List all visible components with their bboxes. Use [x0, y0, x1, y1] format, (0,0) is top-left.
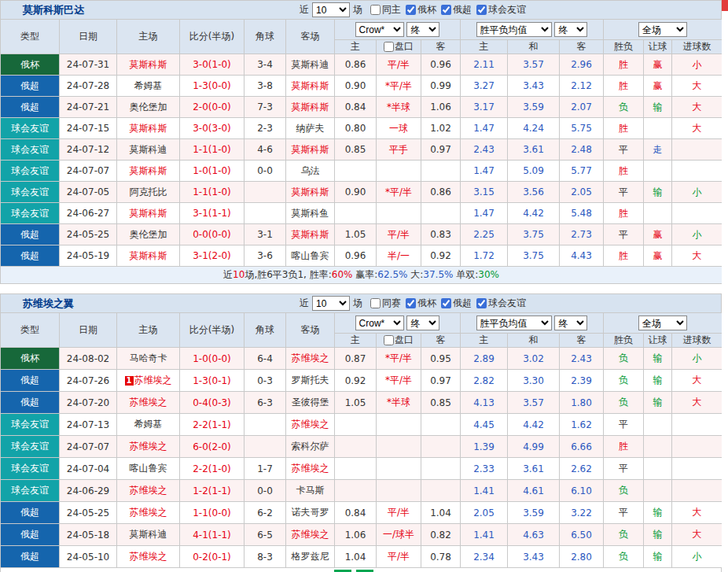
filter-option[interactable]: 俄超: [441, 297, 472, 310]
filter-checkbox[interactable]: [370, 298, 381, 308]
cell-away-team[interactable]: 莫斯科鱼: [286, 203, 335, 224]
cell-away-team[interactable]: 苏维埃之: [286, 414, 335, 436]
scope-select[interactable]: 全场: [638, 22, 687, 37]
cell-away-team[interactable]: 罗斯托夫: [286, 370, 335, 392]
odds-source-select[interactable]: Crow*: [355, 22, 404, 37]
cell-home-team[interactable]: 马哈奇卡: [117, 348, 180, 370]
avg-group-header: 胜平负均值 终: [461, 313, 604, 334]
cell-home-team[interactable]: 喀山鲁宾: [117, 458, 180, 480]
filter-option[interactable]: 同主: [370, 3, 401, 17]
odds-final-select[interactable]: 终: [406, 316, 439, 330]
cell-away-team[interactable]: 乌法: [286, 161, 335, 182]
cell-home-team[interactable]: 苏维埃之: [117, 436, 180, 458]
cell-away-team[interactable]: 卡马斯: [286, 480, 335, 502]
filter-checkbox[interactable]: [441, 298, 451, 308]
cell-home-team[interactable]: 莫斯科斯: [117, 245, 180, 267]
cell-handicap: 一/球半: [377, 524, 421, 546]
odds-source-select[interactable]: Crow*: [355, 316, 404, 330]
cell-home-team[interactable]: 苏维埃之: [117, 502, 180, 524]
cell-avg-draw: 4.42: [508, 414, 560, 436]
handicap-checkbox[interactable]: [384, 42, 394, 52]
filter-checkbox[interactable]: [406, 298, 416, 308]
cell-home-team[interactable]: 奥伦堡加: [117, 224, 180, 245]
filter-option[interactable]: 俄超: [441, 3, 472, 17]
cell-away-team[interactable]: 格罗兹尼: [286, 546, 335, 568]
cell-odds-away: 0.97: [421, 139, 461, 161]
cell-away-team[interactable]: 圣彼得堡: [286, 392, 335, 414]
cell-home-team[interactable]: 莫斯科斯: [117, 54, 180, 76]
cell-away-team[interactable]: 莫斯科迪: [286, 54, 335, 76]
avg-final-select[interactable]: 终: [554, 316, 587, 330]
avg-source-select[interactable]: 胜平负均值: [476, 22, 552, 37]
cell-home-team[interactable]: 苏维埃之: [117, 546, 180, 568]
filter-checkbox[interactable]: [406, 5, 416, 15]
match-row: 球会友谊24-07-07苏维埃之6-0(2-0)索科尔萨1.394.996.66…: [1, 436, 722, 458]
cell-away-team[interactable]: 莫斯科斯: [286, 224, 335, 245]
avg-final-select[interactable]: 终: [554, 22, 587, 37]
section-spartak: 莫斯科斯巴达 近 10 场 同主俄杯俄超球会友谊 类型 日期 主场 比分(半: [0, 0, 722, 284]
matches-table: 类型 日期 主场 比分(半场) 角球 客场 Crow* 终 胜平负均值 终: [0, 19, 722, 284]
filter-checkbox[interactable]: [441, 5, 451, 15]
cell-away-team[interactable]: 苏维埃之: [286, 458, 335, 480]
match-row: 俄超24-07-21奥伦堡加2-0(0-0)7-3莫斯科斯0.84*半球1.06…: [1, 97, 722, 118]
cell-result-wdl: 负: [604, 546, 644, 568]
cell-odds-home: 0.84: [335, 97, 377, 118]
cell-handicap: [377, 458, 421, 480]
cell-result-goals: [672, 139, 722, 161]
filter-option[interactable]: 俄杯: [406, 3, 436, 17]
cell-away-team[interactable]: 喀山鲁宾: [286, 245, 335, 267]
filter-option[interactable]: 俄杯: [406, 297, 436, 310]
cell-avg-home: 1.39: [461, 436, 508, 458]
odds-final-select[interactable]: 终: [406, 22, 439, 37]
cell-home-team[interactable]: 奥伦堡加: [117, 97, 180, 118]
cell-away-team[interactable]: 莫斯科斯: [286, 76, 335, 97]
cell-home-team[interactable]: 莫斯科斯: [117, 203, 180, 224]
cell-away-team[interactable]: 莫斯科斯: [286, 97, 335, 118]
cell-away-team[interactable]: 莫斯科斯: [286, 182, 335, 203]
cell-result-goals: 大: [672, 245, 722, 267]
scope-select[interactable]: 全场: [638, 316, 687, 330]
games-count-select[interactable]: 10: [312, 2, 350, 17]
cell-avg-draw: 3.57: [508, 54, 560, 76]
filter-label: 俄杯: [417, 297, 436, 310]
cell-corners: [245, 414, 286, 436]
cell-result-wdl: 负: [604, 392, 644, 414]
scrollbar[interactable]: [722, 0, 728, 572]
filter-option[interactable]: 球会友谊: [476, 297, 526, 310]
handicap-checkbox[interactable]: [384, 335, 394, 345]
cell-away-team[interactable]: 诺夫哥罗: [286, 502, 335, 524]
cell-result-wdl: 胜: [604, 161, 644, 182]
cell-home-team[interactable]: 希姆基: [117, 76, 180, 97]
filter-checkbox[interactable]: [476, 5, 487, 15]
filter-option[interactable]: 同赛: [370, 297, 401, 310]
cell-league-type: 球会友谊: [1, 436, 60, 458]
cell-home-team[interactable]: 苏维埃之: [117, 480, 180, 502]
filter-controls: 近 10 场 同赛俄杯俄超球会友谊: [300, 296, 526, 311]
cell-home-team[interactable]: 莫斯科迪: [117, 524, 180, 546]
cell-home-team[interactable]: 希姆基: [117, 414, 180, 436]
filter-option[interactable]: 球会友谊: [476, 3, 526, 17]
cell-away-team[interactable]: 莫斯科斯: [286, 139, 335, 161]
filter-label: 同赛: [382, 297, 401, 310]
scrollbar-thumb[interactable]: [722, 0, 728, 11]
cell-home-team[interactable]: 莫斯科迪: [117, 139, 180, 161]
cell-handicap: *平/半: [377, 348, 421, 370]
filter-checkbox[interactable]: [476, 298, 487, 308]
cell-home-team[interactable]: 莫斯科斯: [117, 161, 180, 182]
match-row: 球会友谊24-07-12莫斯科迪1-1(1-0)4-6莫斯科斯0.85平手0.9…: [1, 139, 722, 161]
cell-home-team[interactable]: 阿克托比: [117, 182, 180, 203]
cell-home-team[interactable]: 苏维埃之: [117, 392, 180, 414]
filter-checkbox[interactable]: [370, 5, 381, 15]
cell-home-team[interactable]: 1苏维埃之: [117, 370, 180, 392]
cell-avg-home: 2.33: [461, 458, 508, 480]
cell-away-team[interactable]: 索科尔萨: [286, 436, 335, 458]
col-odds-home: 主: [335, 334, 377, 348]
avg-source-select[interactable]: 胜平负均值: [476, 316, 552, 330]
cell-score: 1-2(1-1): [180, 480, 245, 502]
games-count-select[interactable]: 10: [312, 296, 350, 311]
cell-away-team[interactable]: 纳萨夫: [286, 118, 335, 139]
cell-away-team[interactable]: 苏维埃之: [286, 348, 335, 370]
cell-date: 24-07-21: [60, 97, 117, 118]
cell-home-team[interactable]: 莫斯科斯: [117, 118, 180, 139]
cell-away-team[interactable]: 苏维埃之: [286, 524, 335, 546]
